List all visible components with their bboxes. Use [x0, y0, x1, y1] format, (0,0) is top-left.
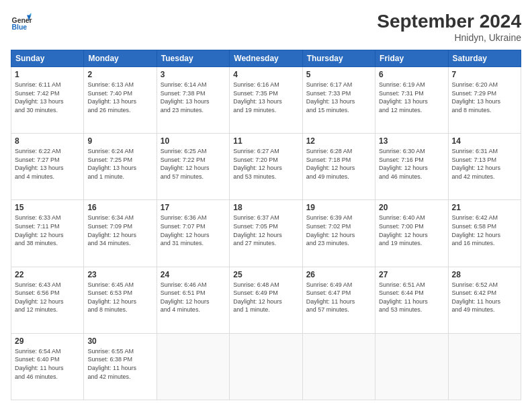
page: General Blue September 2024 Hnidyn, Ukra…	[0, 0, 532, 411]
calendar-cell	[302, 333, 375, 400]
day-info: Sunrise: 6:40 AM Sunset: 7:00 PM Dayligh…	[379, 214, 444, 247]
day-info: Sunrise: 6:14 AM Sunset: 7:38 PM Dayligh…	[161, 81, 226, 114]
calendar-cell: 28Sunrise: 6:52 AM Sunset: 6:42 PM Dayli…	[448, 267, 521, 333]
day-info: Sunrise: 6:31 AM Sunset: 7:13 PM Dayligh…	[452, 147, 517, 181]
calendar-cell: 7Sunrise: 6:20 AM Sunset: 7:29 PM Daylig…	[448, 67, 521, 134]
calendar-cell	[448, 333, 521, 400]
calendar-cell: 19Sunrise: 6:39 AM Sunset: 7:02 PM Dayli…	[302, 200, 375, 267]
calendar-cell: 21Sunrise: 6:42 AM Sunset: 6:58 PM Dayli…	[448, 200, 521, 267]
day-number: 15	[15, 203, 80, 212]
calendar-header-friday: Friday	[375, 50, 448, 67]
day-info: Sunrise: 6:22 AM Sunset: 7:27 PM Dayligh…	[15, 147, 80, 181]
day-info: Sunrise: 6:36 AM Sunset: 7:07 PM Dayligh…	[161, 214, 226, 247]
calendar-week-5: 29Sunrise: 6:54 AM Sunset: 6:40 PM Dayli…	[11, 333, 521, 400]
calendar-header-sunday: Sunday	[11, 50, 84, 67]
day-number: 7	[452, 70, 517, 79]
day-info: Sunrise: 6:16 AM Sunset: 7:35 PM Dayligh…	[233, 81, 298, 114]
calendar-cell: 4Sunrise: 6:16 AM Sunset: 7:35 PM Daylig…	[230, 67, 302, 134]
day-info: Sunrise: 6:25 AM Sunset: 7:22 PM Dayligh…	[161, 147, 226, 181]
day-number: 19	[306, 203, 371, 212]
day-number: 4	[233, 70, 298, 79]
calendar-cell: 27Sunrise: 6:51 AM Sunset: 6:44 PM Dayli…	[375, 267, 448, 333]
day-number: 10	[161, 136, 226, 146]
day-number: 17	[161, 203, 226, 212]
calendar-cell: 14Sunrise: 6:31 AM Sunset: 7:13 PM Dayli…	[448, 134, 521, 200]
calendar-cell: 5Sunrise: 6:17 AM Sunset: 7:33 PM Daylig…	[302, 67, 375, 134]
day-info: Sunrise: 6:24 AM Sunset: 7:25 PM Dayligh…	[87, 147, 152, 181]
logo: General Blue	[11, 11, 32, 32]
day-number: 1	[15, 70, 80, 79]
header: General Blue September 2024 Hnidyn, Ukra…	[11, 11, 521, 43]
calendar-header-wednesday: Wednesday	[230, 50, 302, 67]
day-info: Sunrise: 6:20 AM Sunset: 7:29 PM Dayligh…	[452, 81, 517, 114]
calendar-cell: 12Sunrise: 6:28 AM Sunset: 7:18 PM Dayli…	[302, 134, 375, 200]
day-info: Sunrise: 6:42 AM Sunset: 6:58 PM Dayligh…	[452, 214, 517, 247]
calendar-cell: 1Sunrise: 6:11 AM Sunset: 7:42 PM Daylig…	[11, 67, 84, 134]
title-block: September 2024 Hnidyn, Ukraine	[377, 11, 521, 43]
day-number: 8	[15, 136, 80, 146]
day-info: Sunrise: 6:28 AM Sunset: 7:18 PM Dayligh…	[306, 147, 371, 181]
calendar-header-saturday: Saturday	[448, 50, 521, 67]
day-number: 30	[87, 336, 152, 346]
calendar-cell: 20Sunrise: 6:40 AM Sunset: 7:00 PM Dayli…	[375, 200, 448, 267]
calendar-cell: 22Sunrise: 6:43 AM Sunset: 6:56 PM Dayli…	[11, 267, 84, 333]
calendar-week-1: 1Sunrise: 6:11 AM Sunset: 7:42 PM Daylig…	[11, 67, 521, 134]
svg-text:Blue: Blue	[12, 24, 28, 31]
calendar-cell: 8Sunrise: 6:22 AM Sunset: 7:27 PM Daylig…	[11, 134, 84, 200]
day-number: 22	[15, 270, 80, 279]
calendar-header-tuesday: Tuesday	[157, 50, 229, 67]
day-info: Sunrise: 6:55 AM Sunset: 6:38 PM Dayligh…	[87, 347, 152, 381]
calendar-cell: 18Sunrise: 6:37 AM Sunset: 7:05 PM Dayli…	[230, 200, 302, 267]
day-number: 5	[306, 70, 371, 79]
day-info: Sunrise: 6:43 AM Sunset: 6:56 PM Dayligh…	[15, 281, 80, 314]
day-number: 14	[452, 136, 517, 146]
calendar-cell: 6Sunrise: 6:19 AM Sunset: 7:31 PM Daylig…	[375, 67, 448, 134]
calendar-cell: 2Sunrise: 6:13 AM Sunset: 7:40 PM Daylig…	[84, 67, 157, 134]
day-info: Sunrise: 6:39 AM Sunset: 7:02 PM Dayligh…	[306, 214, 371, 247]
day-number: 6	[379, 70, 444, 79]
month-title: September 2024	[377, 11, 521, 32]
calendar-week-4: 22Sunrise: 6:43 AM Sunset: 6:56 PM Dayli…	[11, 267, 521, 333]
calendar-header-monday: Monday	[84, 50, 157, 67]
calendar-cell: 10Sunrise: 6:25 AM Sunset: 7:22 PM Dayli…	[157, 134, 229, 200]
calendar-header-thursday: Thursday	[302, 50, 375, 67]
calendar-cell: 29Sunrise: 6:54 AM Sunset: 6:40 PM Dayli…	[11, 333, 84, 400]
calendar-cell: 25Sunrise: 6:48 AM Sunset: 6:49 PM Dayli…	[230, 267, 302, 333]
day-info: Sunrise: 6:54 AM Sunset: 6:40 PM Dayligh…	[15, 347, 80, 381]
calendar-cell: 11Sunrise: 6:27 AM Sunset: 7:20 PM Dayli…	[230, 134, 302, 200]
day-number: 29	[15, 336, 80, 346]
day-info: Sunrise: 6:17 AM Sunset: 7:33 PM Dayligh…	[306, 81, 371, 114]
day-info: Sunrise: 6:11 AM Sunset: 7:42 PM Dayligh…	[15, 81, 80, 114]
day-number: 11	[233, 136, 298, 146]
calendar-cell	[375, 333, 448, 400]
day-number: 26	[306, 270, 371, 279]
logo-icon: General Blue	[11, 11, 32, 32]
calendar-cell	[157, 333, 229, 400]
day-info: Sunrise: 6:37 AM Sunset: 7:05 PM Dayligh…	[233, 214, 298, 247]
calendar-cell: 9Sunrise: 6:24 AM Sunset: 7:25 PM Daylig…	[84, 134, 157, 200]
location-subtitle: Hnidyn, Ukraine	[377, 32, 521, 43]
calendar-cell: 17Sunrise: 6:36 AM Sunset: 7:07 PM Dayli…	[157, 200, 229, 267]
day-info: Sunrise: 6:19 AM Sunset: 7:31 PM Dayligh…	[379, 81, 444, 114]
day-info: Sunrise: 6:34 AM Sunset: 7:09 PM Dayligh…	[87, 214, 152, 247]
day-number: 16	[87, 203, 152, 212]
day-number: 2	[87, 70, 152, 79]
day-number: 13	[379, 136, 444, 146]
day-number: 21	[452, 203, 517, 212]
calendar-cell: 23Sunrise: 6:45 AM Sunset: 6:53 PM Dayli…	[84, 267, 157, 333]
day-info: Sunrise: 6:52 AM Sunset: 6:42 PM Dayligh…	[452, 281, 517, 314]
day-number: 24	[161, 270, 226, 279]
calendar-table: SundayMondayTuesdayWednesdayThursdayFrid…	[11, 50, 521, 400]
svg-marker-3	[29, 13, 31, 15]
day-info: Sunrise: 6:27 AM Sunset: 7:20 PM Dayligh…	[233, 147, 298, 181]
calendar-cell: 30Sunrise: 6:55 AM Sunset: 6:38 PM Dayli…	[84, 333, 157, 400]
day-number: 3	[161, 70, 226, 79]
day-info: Sunrise: 6:49 AM Sunset: 6:47 PM Dayligh…	[306, 281, 371, 314]
calendar-cell: 24Sunrise: 6:46 AM Sunset: 6:51 PM Dayli…	[157, 267, 229, 333]
day-number: 20	[379, 203, 444, 212]
day-info: Sunrise: 6:30 AM Sunset: 7:16 PM Dayligh…	[379, 147, 444, 181]
day-number: 23	[87, 270, 152, 279]
day-info: Sunrise: 6:45 AM Sunset: 6:53 PM Dayligh…	[87, 281, 152, 314]
day-number: 28	[452, 270, 517, 279]
day-info: Sunrise: 6:33 AM Sunset: 7:11 PM Dayligh…	[15, 214, 80, 247]
